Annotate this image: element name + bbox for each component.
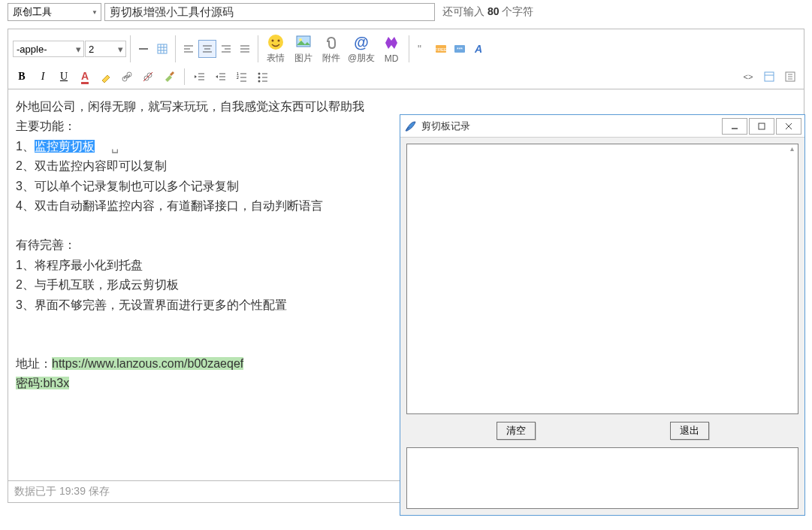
align-center-button[interactable]	[198, 40, 216, 58]
svg-point-18	[268, 35, 283, 50]
highlight-button[interactable]	[97, 68, 115, 86]
category-select[interactable]: 原创工具	[8, 3, 101, 21]
image-button[interactable]: 图片	[290, 32, 317, 65]
clear-button[interactable]: 清空	[497, 422, 536, 440]
exit-button[interactable]: 退出	[670, 422, 709, 440]
svg-rect-1	[158, 44, 167, 53]
separator	[409, 35, 409, 62]
toolbar: -apple- 2 表情 图片 附件 @ @朋友 MD	[8, 29, 804, 89]
emoji-button[interactable]: 表情	[262, 32, 289, 65]
svg-text:@: @	[354, 34, 369, 50]
separator	[258, 35, 258, 62]
clear-format-button[interactable]	[160, 68, 178, 86]
feather-icon	[403, 120, 417, 133]
font-size-select[interactable]: 2	[85, 41, 126, 57]
code-button[interactable]: <>	[739, 68, 757, 86]
separator	[175, 35, 176, 62]
link-button[interactable]	[118, 68, 136, 86]
separator	[184, 68, 185, 85]
table-button[interactable]	[153, 40, 171, 58]
svg-text:": "	[418, 43, 421, 55]
svg-text:2: 2	[237, 75, 239, 80]
free-button[interactable]: FREE	[432, 40, 450, 58]
align-left-button[interactable]	[180, 40, 198, 58]
window-titlebar[interactable]: 剪切板记录	[400, 115, 804, 138]
unlink-button[interactable]	[139, 68, 157, 86]
title-input[interactable]	[104, 3, 435, 21]
category-value: 原创工具	[13, 5, 52, 19]
svg-text:A: A	[474, 43, 482, 55]
hr-button[interactable]	[134, 40, 152, 58]
preview-button[interactable]	[760, 68, 778, 86]
svg-text:<>: <>	[744, 72, 753, 81]
indent-button[interactable]	[191, 68, 209, 86]
svg-point-46	[258, 73, 261, 75]
separator	[130, 35, 131, 62]
char-counter: 还可输入 80 个字符	[442, 5, 533, 19]
svg-rect-61	[759, 123, 765, 129]
svg-point-47	[258, 77, 261, 79]
window-title: 剪切板记录	[421, 120, 720, 133]
markdown-button[interactable]: MD	[378, 32, 405, 65]
svg-rect-53	[765, 72, 774, 81]
text-caret-icon: ␣	[111, 140, 119, 153]
scroll-up-icon[interactable]: ▴	[786, 144, 798, 156]
align-right-button[interactable]	[217, 40, 235, 58]
font-family-select[interactable]: -apple-	[13, 41, 84, 57]
svg-point-48	[258, 80, 261, 83]
svg-point-19	[272, 40, 274, 42]
translate-output[interactable]	[406, 447, 798, 509]
svg-point-20	[278, 40, 280, 42]
clipboard-window: 剪切板记录 ▴ 清空 退出	[400, 114, 805, 516]
quote-button[interactable]: "	[413, 40, 431, 58]
underline-button[interactable]: U	[55, 68, 73, 86]
at-button[interactable]: @ @朋友	[346, 32, 377, 65]
attachment-button[interactable]: 附件	[318, 32, 345, 65]
font-color-button[interactable]: A	[76, 68, 94, 86]
password-button[interactable]: ***	[451, 40, 469, 58]
fullscreen-button[interactable]	[781, 68, 799, 86]
svg-text:FREE: FREE	[435, 47, 447, 52]
bold-button[interactable]: B	[13, 68, 31, 86]
italic-button[interactable]: I	[34, 68, 52, 86]
clipboard-list[interactable]: ▴	[406, 144, 798, 414]
maximize-button[interactable]	[749, 118, 774, 135]
align-justify-button[interactable]	[236, 40, 254, 58]
close-button[interactable]	[776, 118, 801, 135]
unordered-list-button[interactable]	[254, 68, 272, 86]
minimize-button[interactable]	[722, 118, 747, 135]
outdent-button[interactable]	[212, 68, 230, 86]
window-body: ▴ 清空 退出	[400, 138, 804, 515]
font-style-button[interactable]: A	[469, 40, 488, 58]
svg-text:***: ***	[457, 47, 463, 52]
ordered-list-button[interactable]: 12	[233, 68, 251, 86]
